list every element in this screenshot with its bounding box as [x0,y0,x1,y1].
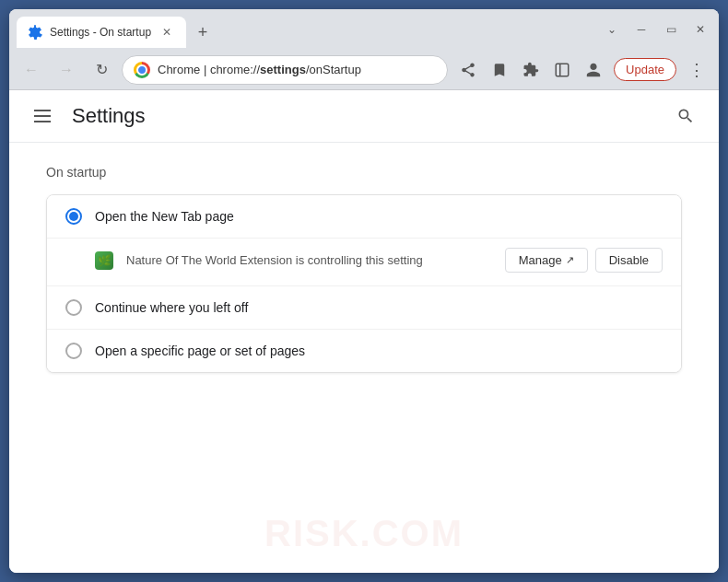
browser-window: Settings - On startup ✕ + ⌄ ─ ▭ ✕ ← → ↻ … [9,9,719,573]
manage-button[interactable]: Manage ↗ [505,248,588,273]
back-button[interactable]: ← [17,55,46,85]
minimize-button[interactable]: ─ [630,18,652,41]
sidebar-icon[interactable] [547,55,577,85]
chrome-logo-icon [134,62,150,78]
address-bar[interactable]: Chrome | chrome://settings/onStartup [122,55,448,85]
new-tab-button[interactable]: + [190,19,216,45]
settings-tab-icon [28,25,42,40]
address-url: chrome://settings/onStartup [210,63,361,76]
settings-page: PC RISK.COM Settings On startup Open the [9,90,719,573]
address-separator: | [204,63,210,76]
toolbar-icons [453,55,608,85]
settings-title: Settings [72,104,656,128]
extension-row: 🌿 Nature Of The World Extension is contr… [47,239,681,286]
section-title: On startup [46,165,682,180]
options-card: Open the New Tab page 🌿 Nature Of The Wo… [46,194,682,373]
extension-icon: 🌿 [95,251,113,270]
share-icon[interactable] [453,55,483,85]
reload-button[interactable]: ↻ [87,55,116,85]
toolbar: ← → ↻ Chrome | chrome://settings/onStart… [9,50,719,90]
hamburger-menu-button[interactable] [28,101,57,131]
external-link-icon: ↗ [566,254,574,266]
watermark-risk: RISK.COM [264,513,464,554]
chrome-menu-button[interactable]: ⋮ [682,55,711,85]
settings-search-button[interactable] [671,101,700,131]
window-controls: ⌄ ─ ▭ ✕ [601,18,711,41]
radio-new-tab[interactable] [65,208,82,225]
tab-bar: Settings - On startup ✕ + [17,17,597,48]
bookmark-icon[interactable] [485,55,514,85]
title-bar: Settings - On startup ✕ + ⌄ ─ ▭ ✕ [9,9,719,50]
tab-close-button[interactable]: ✕ [159,24,175,41]
maximize-button[interactable]: ▭ [660,18,682,41]
active-tab[interactable]: Settings - On startup ✕ [17,17,186,48]
settings-header: Settings [9,90,719,143]
manage-label: Manage [519,253,562,267]
tab-title: Settings - On startup [50,26,151,39]
option-row-specific: Open a specific page or set of pages [47,330,681,372]
radio-specific[interactable] [65,343,82,359]
option-label-new-tab: Open the New Tab page [95,209,234,224]
address-text: Chrome | chrome://settings/onStartup [158,63,436,76]
settings-content: On startup Open the New Tab page 🌿 Natur… [9,143,719,395]
forward-button[interactable]: → [52,55,81,85]
browser-name: Chrome [158,63,200,76]
extension-inner: 🌿 Nature Of The World Extension is contr… [65,248,663,273]
svg-rect-0 [556,64,569,76]
update-button[interactable]: Update [614,58,676,81]
extension-actions: Manage ↗ Disable [505,248,663,273]
option-label-specific: Open a specific page or set of pages [95,343,305,358]
profile-icon[interactable] [579,55,608,85]
close-button[interactable]: ✕ [689,18,711,41]
disable-button[interactable]: Disable [595,248,663,273]
update-label: Update [626,63,664,76]
option-row-continue: Continue where you left off [47,286,681,330]
extensions-icon[interactable] [516,55,546,85]
radio-continue[interactable] [65,299,82,316]
option-row-new-tab: Open the New Tab page [47,195,681,239]
extension-text: Nature Of The World Extension is control… [126,253,492,267]
option-label-continue: Continue where you left off [95,300,248,315]
disable-label: Disable [609,253,649,267]
chevron-down-icon[interactable]: ⌄ [601,18,623,41]
